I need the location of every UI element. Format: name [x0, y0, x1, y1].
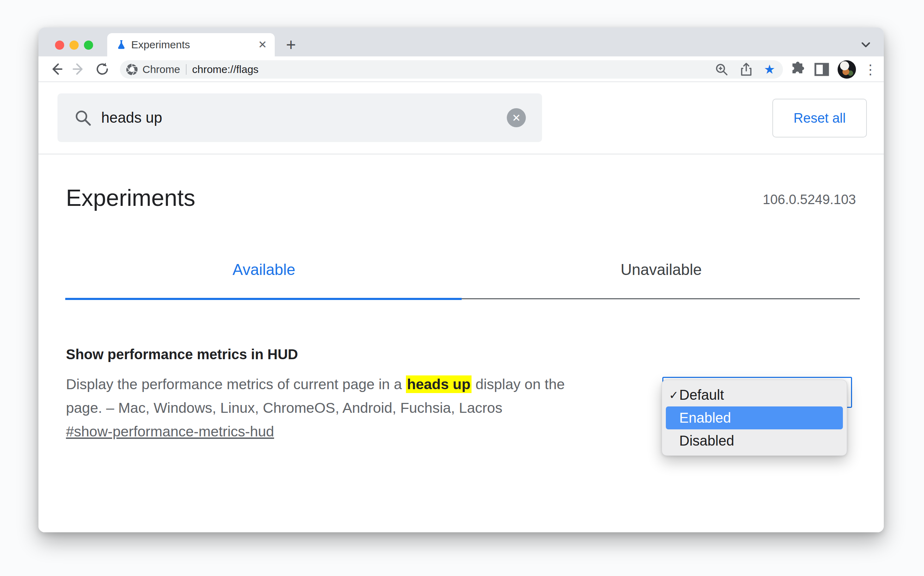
tab-experiments[interactable]: Experiments ✕ [107, 33, 275, 56]
flag-title: Show performance metrics in HUD [66, 347, 298, 362]
tab-close-icon[interactable]: ✕ [258, 40, 267, 50]
share-icon[interactable] [739, 62, 753, 77]
option-label: Enabled [679, 410, 731, 426]
overflow-menu-icon[interactable]: ⋮ [864, 62, 877, 77]
chrome-logo-icon [126, 63, 138, 76]
forward-button[interactable] [70, 60, 88, 78]
option-label: Disabled [679, 433, 734, 449]
flags-tab-bar: Available Unavailable [65, 258, 860, 281]
option-enabled[interactable]: Enabled [666, 406, 843, 429]
flags-search-input[interactable] [101, 109, 507, 126]
option-label: Default [679, 387, 724, 403]
site-label: Chrome [143, 64, 180, 75]
page-title: Experiments [66, 184, 195, 211]
check-icon: ✓ [669, 389, 679, 402]
extensions-puzzle-icon[interactable] [789, 61, 806, 78]
inactive-tab-underline [462, 298, 860, 299]
toolbar: Chrome chrome://flags ★ ⋮ [38, 56, 884, 82]
tab-search-chevron-icon[interactable] [857, 37, 875, 53]
side-panel-icon[interactable] [814, 61, 830, 78]
traffic-lights [55, 40, 93, 50]
zoom-icon[interactable] [714, 62, 729, 77]
search-icon [74, 109, 92, 127]
active-tab-underline [65, 298, 462, 300]
tab-unavailable[interactable]: Unavailable [463, 258, 860, 281]
zoom-window-button[interactable] [84, 40, 93, 50]
flags-page: ✕ Reset all Experiments 106.0.5249.103 A… [38, 82, 884, 532]
search-highlight: heads up [406, 375, 471, 393]
browser-window: Experiments ✕ + Chrome chrome: [38, 27, 884, 532]
back-button[interactable] [47, 60, 65, 78]
flask-favicon-icon [117, 40, 126, 50]
flag-description: Display the performance metrics of curre… [66, 373, 565, 420]
option-disabled[interactable]: Disabled [662, 429, 847, 452]
tab-strip: Experiments ✕ + [38, 27, 884, 56]
header-divider [38, 154, 884, 154]
bookmark-star-icon[interactable]: ★ [764, 63, 775, 76]
clear-search-icon[interactable]: ✕ [507, 108, 526, 127]
reset-all-button[interactable]: Reset all [772, 99, 867, 138]
reload-button[interactable] [93, 60, 111, 78]
minimize-window-button[interactable] [69, 40, 78, 50]
tab-available[interactable]: Available [65, 258, 463, 281]
browser-version: 106.0.5249.103 [763, 192, 856, 207]
close-window-button[interactable] [55, 40, 64, 50]
url-text[interactable]: chrome://flags [192, 64, 714, 75]
address-bar[interactable]: Chrome chrome://flags ★ [120, 60, 783, 78]
flag-permalink[interactable]: #show-performance-metrics-hud [66, 423, 274, 440]
flags-search-box[interactable]: ✕ [58, 93, 542, 142]
flag-select-popup: ✓ Default Enabled Disabled [661, 380, 847, 456]
profile-avatar[interactable] [838, 60, 856, 78]
description-text: Display the performance metrics of curre… [66, 376, 406, 392]
flag-description-line2: page. – Mac, Windows, Linux, ChromeOS, A… [66, 396, 565, 420]
tab-title: Experiments [131, 39, 258, 51]
description-text: display on the [471, 376, 565, 392]
new-tab-button[interactable]: + [281, 34, 301, 55]
flag-description-line1: Display the performance metrics of curre… [66, 373, 565, 396]
option-default[interactable]: ✓ Default [662, 384, 847, 406]
omnibox-separator [186, 64, 187, 75]
